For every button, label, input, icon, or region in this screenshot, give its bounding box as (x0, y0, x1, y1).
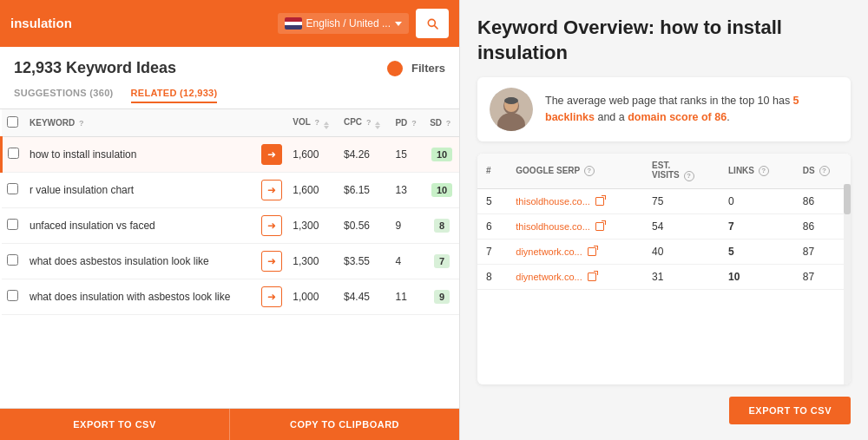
serp-site-cell: diynetwork.co... (507, 264, 643, 289)
serp-site-link[interactable]: thisoldhouse.co... (516, 196, 590, 207)
row-checkbox-cell (2, 244, 25, 279)
serp-export-csv-button[interactable]: EXPORT TO CSV (729, 397, 851, 424)
keyword-arrow-button[interactable]: ➜ (261, 286, 282, 307)
export-csv-button[interactable]: EXPORT TO CSV (0, 409, 230, 440)
serp-visits-cell: 75 (643, 188, 720, 213)
serp-scrollbar-thumb (844, 184, 851, 214)
row-vol-cell: 1,600 (287, 137, 339, 173)
row-sd-cell: 10 (424, 137, 459, 173)
serp-site-cell: diynetwork.co... (507, 239, 643, 264)
avatar-image (490, 88, 533, 131)
row-checkbox-cell (2, 208, 25, 244)
row-checkbox[interactable] (8, 148, 19, 159)
serp-table: # GOOGLE SERP ? EST.VISITS ? LINKS ? DS … (477, 154, 851, 289)
serp-site-link[interactable]: diynetwork.co... (516, 246, 582, 257)
th-checkbox (2, 109, 25, 137)
keyword-arrow-button[interactable]: ➜ (261, 180, 282, 200)
row-keyword-cell: how to install insulation (24, 137, 256, 173)
filter-button[interactable]: Filters (411, 62, 445, 75)
keyword-arrow-button[interactable]: ➜ (261, 251, 282, 272)
keyword-arrow-button[interactable]: ➜ (261, 215, 282, 236)
row-sd-cell: 8 (424, 208, 459, 244)
serp-ds-cell: 86 (794, 188, 851, 213)
info-text-3: . (727, 111, 729, 123)
serp-ds-cell: 86 (794, 213, 851, 239)
left-panel: English / United ... 12,933 Keyword Idea… (0, 0, 460, 440)
serp-site-cell: thisoldhouse.co... (507, 188, 643, 213)
th-sd: SD ? (424, 109, 459, 137)
row-cpc-cell: $6.15 (339, 173, 390, 208)
external-link-icon (588, 247, 596, 256)
filter-dot-icon (387, 61, 403, 76)
chevron-down-icon (395, 22, 402, 26)
row-sd-cell: 10 (424, 173, 459, 208)
copy-clipboard-button[interactable]: COPY TO CLIPBOARD (230, 409, 459, 440)
right-panel: Keyword Overview: how to install insulat… (460, 0, 868, 440)
search-button[interactable] (416, 9, 449, 38)
arrow-right-icon: ➜ (267, 184, 276, 196)
row-checkbox-cell (2, 173, 25, 208)
keyword-overview-title: Keyword Overview: how to install insulat… (477, 16, 851, 65)
row-checkbox[interactable] (7, 219, 18, 230)
serp-header-row: # GOOGLE SERP ? EST.VISITS ? LINKS ? DS … (477, 154, 851, 188)
row-sd-cell: 9 (424, 279, 459, 315)
svg-point-4 (504, 97, 518, 104)
info-text: The average web page that ranks in the t… (545, 93, 838, 126)
serp-num-cell: 5 (477, 188, 507, 213)
table-row: r value insulation chart ➜ 1,600 $6.15 1… (2, 173, 460, 208)
avatar (490, 88, 533, 131)
row-checkbox[interactable] (7, 290, 18, 301)
arrow-right-icon: ➜ (267, 255, 276, 267)
row-checkbox[interactable] (7, 254, 18, 266)
search-bar: English / United ... (0, 0, 459, 47)
th-vol: VOL ? (287, 109, 339, 137)
row-vol-cell: 1,000 (287, 279, 339, 315)
serp-num-cell: 8 (477, 264, 507, 289)
serp-row: 6 thisoldhouse.co... 54 7 86 (477, 213, 851, 239)
serp-th-links: LINKS ? (720, 154, 794, 188)
table-row: what does asbestos insulation look like … (2, 244, 460, 279)
tab-suggestions[interactable]: SUGGESTIONS (360) (14, 88, 114, 103)
row-keyword-cell: what does asbestos insulation look like (24, 244, 256, 279)
external-link-icon (588, 273, 596, 281)
row-vol-cell: 1,600 (287, 173, 339, 208)
search-icon (425, 16, 439, 30)
keyword-arrow-button[interactable]: ➜ (261, 144, 282, 165)
row-vol-cell: 1,300 (287, 244, 339, 279)
panel-header: 12,933 Keyword Ideas Filters (0, 47, 459, 82)
row-pd-cell: 4 (390, 244, 424, 279)
bottom-buttons: EXPORT TO CSV COPY TO CLIPBOARD (0, 408, 459, 440)
serp-ds-cell: 87 (794, 264, 851, 289)
language-selector[interactable]: English / United ... (278, 13, 409, 34)
serp-site-link[interactable]: thisoldhouse.co... (516, 221, 590, 232)
serp-table-wrap: # GOOGLE SERP ? EST.VISITS ? LINKS ? DS … (477, 154, 851, 384)
info-highlight-2: domain score of 86 (628, 111, 727, 123)
row-keyword-cell: unfaced insulation vs faced (24, 208, 256, 244)
tabs: SUGGESTIONS (360) RELATED (12,933) (0, 82, 459, 109)
th-pd: PD ? (390, 109, 424, 137)
serp-scrollbar[interactable] (844, 184, 851, 384)
search-input[interactable] (10, 16, 271, 30)
serp-links-cell: 5 (720, 239, 794, 264)
tab-related[interactable]: RELATED (12,933) (131, 88, 218, 103)
serp-site-link[interactable]: diynetwork.co... (516, 272, 582, 282)
table-row: what does insulation with asbestos look … (2, 279, 460, 315)
row-checkbox[interactable] (7, 183, 18, 194)
serp-th-ds: DS ? (794, 154, 851, 188)
table-row: unfaced insulation vs faced ➜ 1,300 $0.5… (2, 208, 460, 244)
serp-visits-cell: 31 (643, 264, 720, 289)
table-header-row: KEYWORD ? VOL ? CPC ? PD (2, 109, 460, 137)
external-link-icon (595, 222, 604, 231)
serp-visits-cell: 40 (643, 239, 720, 264)
serp-links-cell: 7 (720, 213, 794, 239)
info-box: The average web page that ranks in the t… (477, 77, 851, 141)
serp-ds-cell: 87 (794, 239, 851, 264)
serp-links-cell: 10 (720, 264, 794, 289)
th-keyword: KEYWORD ? (24, 109, 256, 137)
title-bold: Keyword Overview: (477, 16, 654, 38)
row-arrow-cell: ➜ (256, 208, 287, 244)
th-cpc: CPC ? (339, 109, 390, 137)
row-arrow-cell: ➜ (256, 173, 287, 208)
select-all-checkbox[interactable] (7, 116, 18, 128)
row-arrow-cell: ➜ (256, 279, 287, 315)
